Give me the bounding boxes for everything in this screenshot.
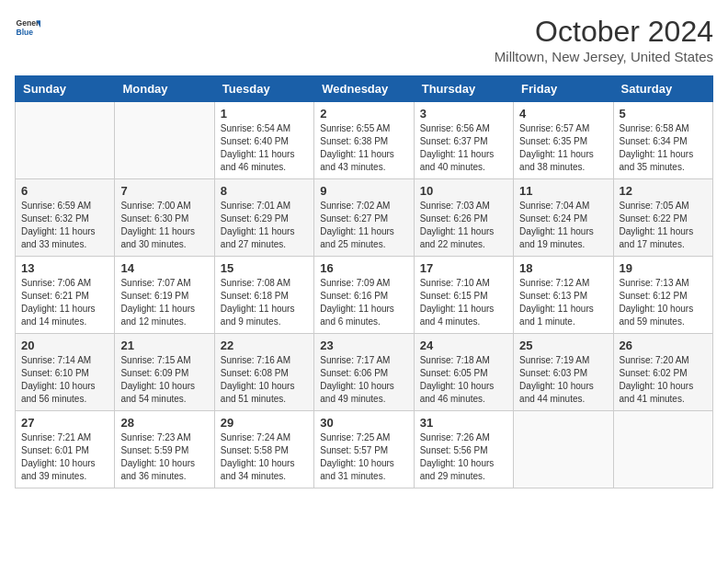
- day-number: 22: [221, 339, 308, 352]
- day-number: 17: [420, 261, 507, 275]
- calendar-cell: 2Sunrise: 6:55 AM Sunset: 6:38 PM Daylig…: [314, 102, 414, 179]
- calendar-cell: 16Sunrise: 7:09 AM Sunset: 6:16 PM Dayli…: [314, 257, 414, 334]
- calendar-cell: [16, 102, 115, 179]
- calendar-cell: 1Sunrise: 6:54 AM Sunset: 6:40 PM Daylig…: [214, 102, 313, 179]
- logo: General Blue: [15, 15, 40, 40]
- day-of-week-header: Monday: [115, 76, 214, 102]
- day-number: 16: [320, 261, 407, 275]
- day-detail: Sunrise: 7:17 AM Sunset: 6:06 PM Dayligh…: [320, 354, 407, 406]
- calendar-cell: 13Sunrise: 7:06 AM Sunset: 6:21 PM Dayli…: [16, 257, 115, 334]
- calendar-cell: 26Sunrise: 7:20 AM Sunset: 6:02 PM Dayli…: [613, 334, 712, 411]
- svg-text:General: General: [17, 18, 40, 28]
- day-number: 26: [620, 339, 707, 352]
- day-detail: Sunrise: 7:08 AM Sunset: 6:18 PM Dayligh…: [221, 277, 308, 328]
- day-detail: Sunrise: 7:05 AM Sunset: 6:22 PM Dayligh…: [620, 200, 707, 251]
- calendar-cell: [613, 411, 712, 488]
- subtitle: Milltown, New Jersey, United States: [495, 49, 713, 64]
- calendar-week-row: 6Sunrise: 6:59 AM Sunset: 6:32 PM Daylig…: [16, 179, 713, 257]
- calendar-header-row: SundayMondayTuesdayWednesdayThursdayFrid…: [16, 76, 713, 102]
- day-detail: Sunrise: 7:09 AM Sunset: 6:16 PM Dayligh…: [320, 277, 407, 328]
- day-detail: Sunrise: 7:03 AM Sunset: 6:26 PM Dayligh…: [420, 200, 507, 251]
- day-number: 28: [120, 416, 208, 430]
- day-detail: Sunrise: 7:16 AM Sunset: 6:08 PM Dayligh…: [221, 354, 308, 406]
- calendar-cell: 29Sunrise: 7:24 AM Sunset: 5:58 PM Dayli…: [214, 411, 313, 488]
- day-number: 15: [221, 261, 308, 275]
- day-detail: Sunrise: 7:07 AM Sunset: 6:19 PM Dayligh…: [120, 277, 208, 328]
- day-number: 25: [519, 339, 607, 352]
- day-number: 19: [620, 261, 707, 275]
- day-number: 2: [320, 107, 407, 121]
- day-number: 5: [620, 107, 707, 121]
- calendar-cell: 25Sunrise: 7:19 AM Sunset: 6:03 PM Dayli…: [514, 334, 613, 411]
- day-number: 4: [519, 107, 607, 121]
- day-of-week-header: Thursday: [414, 76, 513, 102]
- day-detail: Sunrise: 7:25 AM Sunset: 5:57 PM Dayligh…: [320, 431, 407, 483]
- day-number: 9: [320, 184, 407, 198]
- calendar-week-row: 27Sunrise: 7:21 AM Sunset: 6:01 PM Dayli…: [16, 411, 713, 488]
- day-detail: Sunrise: 7:23 AM Sunset: 5:59 PM Dayligh…: [120, 431, 208, 483]
- calendar-cell: 28Sunrise: 7:23 AM Sunset: 5:59 PM Dayli…: [115, 411, 214, 488]
- calendar-cell: 17Sunrise: 7:10 AM Sunset: 6:15 PM Dayli…: [414, 257, 513, 334]
- calendar-cell: 8Sunrise: 7:01 AM Sunset: 6:29 PM Daylig…: [214, 179, 313, 257]
- main-title: October 2024: [495, 15, 713, 49]
- calendar-cell: [115, 102, 214, 179]
- day-detail: Sunrise: 7:19 AM Sunset: 6:03 PM Dayligh…: [519, 354, 607, 406]
- day-number: 20: [21, 339, 108, 352]
- day-number: 13: [21, 261, 108, 275]
- day-of-week-header: Saturday: [613, 76, 712, 102]
- calendar-table: SundayMondayTuesdayWednesdayThursdayFrid…: [15, 75, 713, 488]
- day-detail: Sunrise: 7:26 AM Sunset: 5:56 PM Dayligh…: [420, 431, 507, 483]
- title-block: October 2024 Milltown, New Jersey, Unite…: [495, 15, 713, 64]
- calendar-cell: 23Sunrise: 7:17 AM Sunset: 6:06 PM Dayli…: [314, 334, 414, 411]
- day-number: 11: [519, 184, 607, 198]
- day-detail: Sunrise: 7:00 AM Sunset: 6:30 PM Dayligh…: [120, 200, 208, 251]
- day-of-week-header: Sunday: [16, 76, 115, 102]
- calendar-cell: 30Sunrise: 7:25 AM Sunset: 5:57 PM Dayli…: [314, 411, 414, 488]
- page-header: General Blue October 2024 Milltown, New …: [15, 15, 713, 64]
- day-detail: Sunrise: 7:13 AM Sunset: 6:12 PM Dayligh…: [620, 277, 707, 328]
- calendar-cell: 31Sunrise: 7:26 AM Sunset: 5:56 PM Dayli…: [414, 411, 513, 488]
- calendar-cell: 18Sunrise: 7:12 AM Sunset: 6:13 PM Dayli…: [514, 257, 613, 334]
- day-number: 8: [221, 184, 308, 198]
- calendar-cell: 15Sunrise: 7:08 AM Sunset: 6:18 PM Dayli…: [214, 257, 313, 334]
- day-number: 6: [21, 184, 108, 198]
- calendar-cell: 10Sunrise: 7:03 AM Sunset: 6:26 PM Dayli…: [414, 179, 513, 257]
- day-detail: Sunrise: 7:24 AM Sunset: 5:58 PM Dayligh…: [221, 431, 308, 483]
- day-number: 21: [120, 339, 208, 352]
- day-detail: Sunrise: 7:15 AM Sunset: 6:09 PM Dayligh…: [120, 354, 208, 406]
- day-of-week-header: Wednesday: [314, 76, 414, 102]
- calendar-cell: 4Sunrise: 6:57 AM Sunset: 6:35 PM Daylig…: [514, 102, 613, 179]
- calendar-cell: 27Sunrise: 7:21 AM Sunset: 6:01 PM Dayli…: [16, 411, 115, 488]
- day-of-week-header: Tuesday: [214, 76, 313, 102]
- day-number: 30: [320, 416, 407, 430]
- day-detail: Sunrise: 7:02 AM Sunset: 6:27 PM Dayligh…: [320, 200, 407, 251]
- day-number: 24: [420, 339, 507, 352]
- day-detail: Sunrise: 6:55 AM Sunset: 6:38 PM Dayligh…: [320, 122, 407, 174]
- calendar-cell: 9Sunrise: 7:02 AM Sunset: 6:27 PM Daylig…: [314, 179, 414, 257]
- day-number: 14: [120, 261, 208, 275]
- day-of-week-header: Friday: [514, 76, 613, 102]
- calendar-cell: 6Sunrise: 6:59 AM Sunset: 6:32 PM Daylig…: [16, 179, 115, 257]
- svg-text:Blue: Blue: [17, 28, 34, 37]
- calendar-cell: 24Sunrise: 7:18 AM Sunset: 6:05 PM Dayli…: [414, 334, 513, 411]
- calendar-cell: 3Sunrise: 6:56 AM Sunset: 6:37 PM Daylig…: [414, 102, 513, 179]
- day-number: 7: [120, 184, 208, 198]
- day-detail: Sunrise: 7:10 AM Sunset: 6:15 PM Dayligh…: [420, 277, 507, 328]
- day-number: 23: [320, 339, 407, 352]
- calendar-cell: 20Sunrise: 7:14 AM Sunset: 6:10 PM Dayli…: [16, 334, 115, 411]
- calendar-cell: 7Sunrise: 7:00 AM Sunset: 6:30 PM Daylig…: [115, 179, 214, 257]
- calendar-cell: 12Sunrise: 7:05 AM Sunset: 6:22 PM Dayli…: [613, 179, 712, 257]
- day-detail: Sunrise: 7:14 AM Sunset: 6:10 PM Dayligh…: [21, 354, 108, 406]
- day-detail: Sunrise: 6:59 AM Sunset: 6:32 PM Dayligh…: [21, 200, 108, 251]
- day-number: 12: [620, 184, 707, 198]
- day-number: 18: [519, 261, 607, 275]
- day-number: 3: [420, 107, 507, 121]
- day-detail: Sunrise: 6:57 AM Sunset: 6:35 PM Dayligh…: [519, 122, 607, 174]
- day-number: 31: [420, 416, 507, 430]
- calendar-cell: [514, 411, 613, 488]
- calendar-week-row: 1Sunrise: 6:54 AM Sunset: 6:40 PM Daylig…: [16, 102, 713, 179]
- logo-icon: General Blue: [15, 15, 40, 40]
- calendar-cell: 5Sunrise: 6:58 AM Sunset: 6:34 PM Daylig…: [613, 102, 712, 179]
- day-detail: Sunrise: 7:21 AM Sunset: 6:01 PM Dayligh…: [21, 431, 108, 483]
- day-detail: Sunrise: 7:06 AM Sunset: 6:21 PM Dayligh…: [21, 277, 108, 328]
